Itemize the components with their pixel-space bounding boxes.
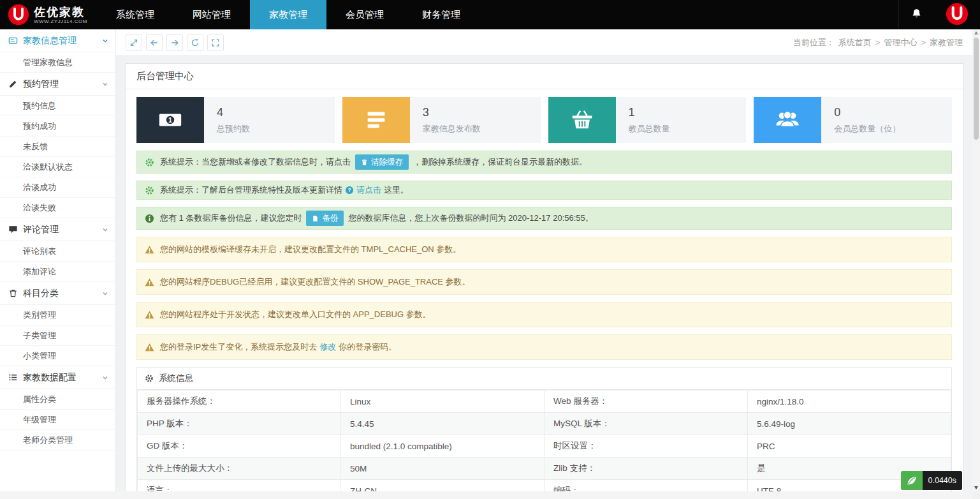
thinkphp-leaf-icon — [901, 471, 923, 490]
alert-text: 这里。 — [384, 184, 409, 196]
alert-version-info: 系统提示：了解后台管理系统特性及版本更新详情 请点击 这里。 — [136, 181, 952, 200]
stat-label: 总预约数 — [217, 123, 250, 135]
sidebar-item-negotiation-success[interactable]: 洽谈成功 — [0, 177, 115, 198]
arrow-right-icon — [170, 38, 179, 47]
backup-button-label: 备份 — [322, 212, 338, 224]
chevron-down-icon — [101, 80, 109, 88]
alert-clear-cache: 系统提示：当您新增或者修改了数据信息时，请点击 清除缓存 ，删除掉系统缓存，保证… — [136, 151, 952, 174]
admin-dashboard: 佐优家教 WWW.ZYJJ114.COM 系统管理 网站管理 家教管理 会员管理… — [0, 0, 980, 499]
info-value: PRC — [748, 435, 951, 458]
info-value: 5.4.45 — [341, 413, 545, 435]
sidebar-collapse-button[interactable] — [126, 34, 142, 51]
chevron-down-icon — [101, 290, 109, 297]
refresh-icon — [191, 38, 200, 47]
stat-card-tutor-info-published: 3 家教信息发布数 — [342, 97, 541, 143]
sidebar-item-minor-category-management[interactable]: 小类管理 — [0, 346, 115, 366]
stat-label: 会员总数量（位） — [834, 123, 900, 135]
sidebar-item-no-feedback[interactable]: 未反馈 — [0, 137, 115, 157]
sidebar-item-teacher-category-management[interactable]: 老师分类管理 — [0, 430, 115, 451]
horizontal-scrollbar[interactable] — [0, 491, 972, 499]
dashboard-panel: 后台管理中心 4 总预约数 3 家教信息发布数 — [125, 63, 963, 491]
sidebar-item-negotiation-failed[interactable]: 洽谈失败 — [0, 198, 115, 218]
alert-text: 你的登录密码。 — [339, 341, 397, 353]
main-content: 当前位置： 系统首页 > 管理中心 > 家教管理 后台管理中心 4 总预约数 — [116, 29, 972, 491]
bell-icon — [911, 8, 922, 21]
sidebar-section-tutor-data-config[interactable]: 家教数据配置 — [0, 366, 115, 389]
breadcrumb-separator: > — [875, 38, 881, 47]
gear-icon — [145, 158, 154, 167]
vertical-scrollbar-thumb[interactable] — [974, 38, 979, 140]
breadcrumb-prefix: 当前位置： — [793, 37, 835, 48]
sidebar-section-comment-management[interactable]: 评论管理 — [0, 218, 115, 241]
sidebar-item-attribute-category[interactable]: 属性分类 — [0, 389, 115, 410]
sidebar-section-label: 家教数据配置 — [23, 372, 77, 384]
fullscreen-icon — [211, 38, 220, 47]
chevron-down-icon — [101, 226, 109, 234]
sidebar-item-reservation-info[interactable]: 预约信息 — [0, 96, 115, 116]
content-toolbar: 当前位置： 系统首页 > 管理中心 > 家教管理 — [116, 29, 972, 56]
refresh-button[interactable] — [187, 34, 203, 51]
stat-value: 0 — [834, 106, 900, 119]
alert-text: 您的登录IP发生了变化，系统提示您及时去 — [160, 341, 317, 353]
bars-icon — [342, 97, 410, 143]
clear-cache-button[interactable]: 清除缓存 — [355, 154, 409, 170]
scroll-up-arrow-icon[interactable] — [974, 31, 978, 34]
alert-text: 您的数据库信息，您上次备份数据的时间为 2020-12-17 20:56:55。 — [348, 212, 593, 224]
alert-text: 您有 1 条数据库备份信息，建议您定时 — [160, 212, 302, 224]
question-icon — [345, 186, 354, 195]
sidebar-item-reservation-success[interactable]: 预约成功 — [0, 116, 115, 137]
nav-item-member-management[interactable]: 会员管理 — [326, 0, 403, 29]
table-row: 服务器操作系统： Linux Web 服务器： nginx/1.18.0 — [138, 391, 951, 413]
notifications-button[interactable] — [898, 0, 934, 29]
info-value: 5.6.49-log — [748, 413, 951, 435]
gear-icon — [145, 374, 154, 383]
backup-button[interactable]: 备份 — [306, 211, 344, 226]
version-details-link[interactable]: 请点击 — [345, 184, 381, 196]
clear-cache-button-label: 清除缓存 — [371, 156, 403, 168]
pencil-icon — [8, 79, 18, 89]
sidebar-section-tutor-info-management[interactable]: 家教信息管理 — [0, 29, 115, 52]
sidebar-item-grade-management[interactable]: 年级管理 — [0, 410, 115, 430]
sidebar-item-manage-tutor-info[interactable]: 管理家教信息 — [0, 52, 115, 73]
info-value: bundled (2.1.0 compatible) — [341, 435, 545, 458]
warning-icon — [145, 310, 154, 320]
nav-item-tutor-management[interactable]: 家教管理 — [250, 0, 326, 29]
sidebar-section-reservation-management[interactable]: 预约管理 — [0, 73, 115, 96]
alert-login-ip-changed: 您的登录IP发生了变化，系统提示您及时去 修改 你的登录密码。 — [136, 334, 952, 360]
alert-template-cache: 您的网站的模板编译缓存未开启，建议更改配置文件的 TMPL_CACHE_ON 参… — [136, 237, 952, 262]
alert-text: ，删除掉系统缓存，保证前台显示最新的数据。 — [413, 156, 587, 168]
sidebar-item-add-comment[interactable]: 添加评论 — [0, 262, 115, 282]
system-info-title: 系统信息 — [159, 373, 193, 384]
scroll-down-arrow-icon[interactable] — [974, 486, 978, 489]
alert-text: 系统提示：当您新增或者修改了数据信息时，请点击 — [160, 156, 351, 168]
nav-item-website-management[interactable]: 网站管理 — [173, 0, 250, 29]
app-logo[interactable]: 佐优家教 WWW.ZYJJ114.COM — [0, 0, 97, 29]
sidebar-item-subcategory-management[interactable]: 子类管理 — [0, 325, 115, 346]
sidebar-item-negotiation-default[interactable]: 洽谈默认状态 — [0, 157, 115, 177]
bin-icon — [8, 288, 18, 298]
sidebar-section-subject-category[interactable]: 科目分类 — [0, 282, 115, 305]
info-label: 时区设置： — [545, 435, 748, 458]
change-password-link[interactable]: 修改 — [319, 341, 336, 353]
warning-icon — [145, 343, 154, 352]
sidebar-section-label: 评论管理 — [23, 224, 59, 235]
fullscreen-button[interactable] — [207, 34, 224, 51]
back-button[interactable] — [146, 34, 163, 51]
nav-item-finance-management[interactable]: 财务管理 — [403, 0, 479, 29]
forward-button[interactable] — [166, 34, 183, 51]
version-details-link-label: 请点击 — [356, 184, 381, 196]
stat-label: 家教信息发布数 — [423, 123, 481, 135]
stat-card-total-reservations: 4 总预约数 — [136, 97, 335, 143]
sidebar-item-category-management[interactable]: 类别管理 — [0, 305, 115, 325]
breadcrumb-separator: > — [921, 38, 926, 47]
table-row: 文件上传的最大大小： 50M Zlib 支持： 是 — [138, 458, 951, 480]
user-avatar[interactable] — [934, 0, 980, 29]
nav-item-system-management[interactable]: 系统管理 — [97, 0, 173, 29]
stat-card-total-teachers: 1 教员总数量 — [548, 97, 747, 143]
sidebar-item-comment-list[interactable]: 评论别表 — [0, 241, 115, 262]
arrow-left-icon — [150, 38, 159, 47]
info-label: PHP 版本： — [138, 413, 341, 435]
comment-icon — [8, 225, 18, 234]
vertical-scrollbar[interactable] — [972, 29, 980, 491]
doc-icon — [312, 215, 319, 222]
